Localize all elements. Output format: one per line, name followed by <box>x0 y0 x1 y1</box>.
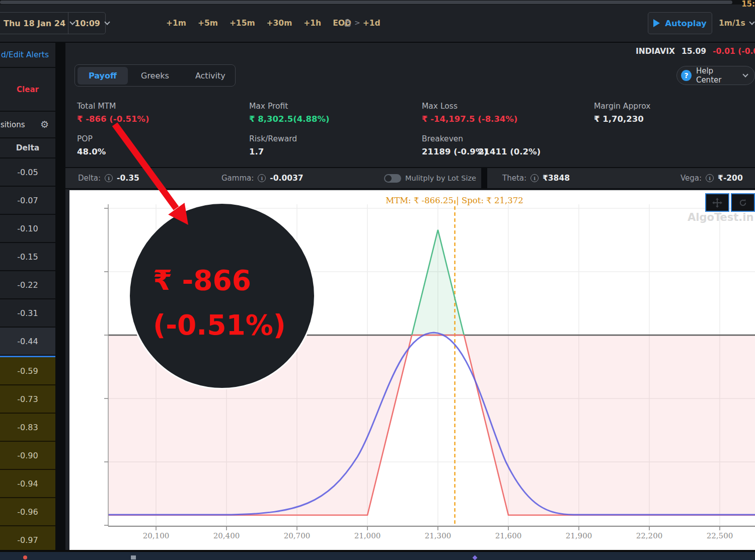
max-loss-label: Max Loss <box>422 102 458 111</box>
delta-cell[interactable]: -0.22 <box>0 271 55 299</box>
vega-value: ₹-200 <box>718 174 743 183</box>
theta-summary: Theta: i ₹3848 <box>502 168 570 188</box>
lock-icon <box>344 18 351 27</box>
positions-label: sitions <box>1 120 25 129</box>
delta-cell-highlighted[interactable]: -0.44 <box>0 328 55 356</box>
info-icon[interactable]: i <box>706 174 714 182</box>
positions-row: sitions ⚙ <box>0 112 55 138</box>
jump-15m-button[interactable]: +15m <box>230 19 255 28</box>
x-tick-label: 21,000 <box>345 531 390 540</box>
date-selector[interactable]: Thu 18 Jan 24 <box>0 13 68 34</box>
delta-cell-itm[interactable]: -0.83 <box>0 414 55 442</box>
speed-selector[interactable]: 1m/1s <box>719 12 754 34</box>
panel-tabs: Payoff Greeks Activity <box>74 64 236 87</box>
jump-1d-button[interactable]: +1d <box>363 19 381 28</box>
margin-approx-label: Margin Approx <box>594 102 650 111</box>
autoplay-button[interactable]: Autoplay <box>648 12 712 34</box>
delta-cell-itm[interactable]: -0.73 <box>0 385 55 414</box>
delta-cell[interactable]: -0.10 <box>0 215 55 243</box>
info-icon[interactable]: i <box>258 174 266 182</box>
play-icon <box>653 19 660 27</box>
x-tick-label: 21,900 <box>556 531 601 540</box>
gamma-value: -0.0037 <box>270 174 303 183</box>
loss-region-right <box>464 335 755 515</box>
chart-mtm-spot-header: MTM: ₹ -866.25 | Spot: ₹ 21,372 <box>321 196 588 205</box>
toggle-knob <box>385 175 392 182</box>
breakeven-value-2: 21411 (0.2%) <box>478 147 541 156</box>
tab-payoff[interactable]: Payoff <box>78 67 128 85</box>
info-icon[interactable]: i <box>105 174 113 182</box>
locked-feature[interactable]: > <box>344 18 360 27</box>
expand-chevron: > <box>354 19 360 27</box>
clear-row: Clear <box>0 68 55 112</box>
x-tick-label: 21,600 <box>486 531 531 540</box>
reset-view-button[interactable] <box>731 193 755 212</box>
delta-cell[interactable]: -0.07 <box>0 187 55 215</box>
jump-1m-button[interactable]: +1m <box>166 19 186 28</box>
chevron-down-icon <box>749 19 754 25</box>
purple-icon <box>473 555 478 560</box>
pan-tool-button[interactable] <box>705 193 729 212</box>
vega-summary: Vega: i ₹-200 <box>681 168 743 188</box>
clear-button[interactable]: Clear <box>17 85 39 94</box>
delta-cell[interactable]: -0.31 <box>0 299 55 328</box>
delta-cell[interactable]: -0.15 <box>0 243 55 271</box>
x-tick-label: 20,400 <box>204 531 249 540</box>
tab-greeks[interactable]: Greeks <box>128 67 182 85</box>
time-value: 10:09 <box>74 19 100 28</box>
total-mtm-label: Total MTM <box>77 102 116 111</box>
info-icon[interactable]: i <box>531 174 539 182</box>
theta-label: Theta: <box>502 174 526 183</box>
speed-value: 1m/1s <box>719 19 745 28</box>
app-screen: 15: Thu 18 Jan 24 10:09 +1m +5m +15m +30… <box>0 0 755 560</box>
total-mtm-value: ₹ -866 (-0.51%) <box>77 114 149 124</box>
risk-reward-value: 1.7 <box>249 147 264 156</box>
jump-1h-button[interactable]: +1h <box>304 19 321 28</box>
sidebar-gutter <box>55 43 65 560</box>
mtm-callout-line1: ₹ -866 <box>153 258 286 303</box>
gamma-label: Gamma: <box>221 174 254 183</box>
red-dot-icon <box>23 555 27 559</box>
indiavix-quote: INDIAVIX 15.09 -0.01 (-0.07% <box>636 47 755 56</box>
scrollbar-thumb[interactable] <box>0 1 732 4</box>
mtm-callout-line2: (-0.51%) <box>153 303 286 348</box>
delta-cell[interactable]: -0.05 <box>0 158 55 187</box>
lot-size-toggle-group: Mulitply by Lot Size <box>384 168 476 188</box>
jump-5m-button[interactable]: +5m <box>198 19 218 28</box>
delta-cell-itm[interactable]: -0.96 <box>0 498 55 526</box>
lot-size-toggle[interactable] <box>384 174 401 183</box>
delta-cell-itm[interactable]: -0.90 <box>0 442 55 470</box>
chevron-down-icon <box>104 19 110 25</box>
options-chain-sidebar: d/Edit Alerts Clear sitions ⚙ Delta -0.0… <box>0 43 55 560</box>
x-tick-label: 20,100 <box>133 531 179 540</box>
gear-icon[interactable]: ⚙ <box>40 120 49 129</box>
horizontal-scrollbar[interactable] <box>0 0 755 5</box>
delta-label: Delta: <box>78 174 101 183</box>
max-profit-label: Max Profit <box>249 102 288 111</box>
indiavix-label: INDIAVIX <box>636 47 675 56</box>
greeks-summary-bar: Delta: i -0.35 Gamma: i -0.0037 Mulitply… <box>65 167 755 189</box>
reset-icon <box>738 198 748 208</box>
autoplay-label: Autoplay <box>665 19 707 28</box>
delta-value: -0.35 <box>117 174 139 183</box>
x-tick-label: 22,200 <box>627 531 672 540</box>
help-center-button[interactable]: ? Help Center <box>676 66 755 85</box>
delta-cell-itm[interactable]: -0.59 <box>0 357 55 385</box>
divider <box>481 168 487 188</box>
chevron-down-icon <box>742 71 748 77</box>
vega-label: Vega: <box>681 174 702 183</box>
replay-toolbar: Thu 18 Jan 24 10:09 +1m +5m +15m +30m +1… <box>0 5 755 43</box>
delta-cell-itm[interactable]: -0.94 <box>0 470 55 498</box>
question-icon: ? <box>681 70 692 81</box>
jump-30m-button[interactable]: +30m <box>267 19 292 28</box>
date-value: Thu 18 Jan 24 <box>4 19 65 28</box>
profit-region <box>412 230 464 335</box>
tab-activity[interactable]: Activity <box>182 67 239 85</box>
mtm-callout-text: ₹ -866 (-0.51%) <box>153 258 286 348</box>
delta-column-header: Delta <box>0 138 55 158</box>
gamma-summary: Gamma: i -0.0037 <box>221 168 304 188</box>
add-edit-alerts-link[interactable]: d/Edit Alerts <box>0 43 55 68</box>
margin-approx-value: ₹ 1,70,230 <box>594 114 644 124</box>
theta-value: ₹3848 <box>543 174 570 183</box>
pan-icon <box>712 198 722 208</box>
